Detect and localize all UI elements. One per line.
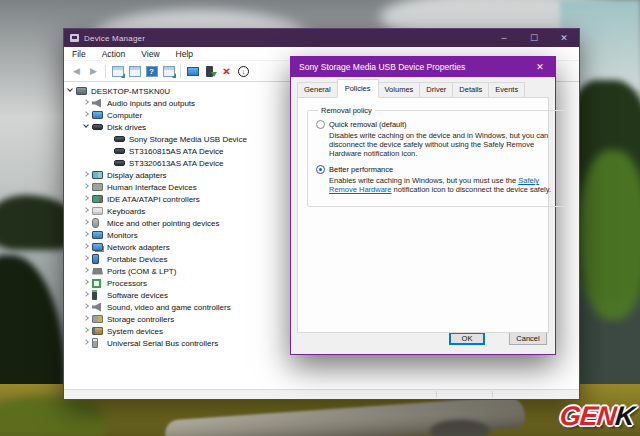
tree-item-label: Universal Serial Bus controllers bbox=[107, 339, 218, 348]
chevron-right-icon[interactable] bbox=[82, 170, 92, 180]
menu-item-action[interactable]: Action bbox=[94, 49, 134, 59]
update-driver-button[interactable] bbox=[202, 64, 217, 79]
quick-removal-description: Disables write caching on the device and… bbox=[329, 131, 559, 158]
window-title: Device Manager bbox=[84, 34, 489, 43]
groupbox-label: Removal policy bbox=[318, 106, 375, 115]
chevron-right-icon[interactable] bbox=[82, 242, 92, 252]
chevron-right-icon[interactable] bbox=[82, 110, 92, 120]
processor-glyph bbox=[92, 279, 101, 288]
chevron-right-icon[interactable] bbox=[82, 182, 92, 192]
chevron-right-icon[interactable] bbox=[82, 254, 92, 264]
moss-left bbox=[0, 396, 105, 436]
scan-hardware-icon bbox=[187, 67, 199, 76]
chevron-right-icon[interactable] bbox=[82, 302, 92, 312]
computer-glyph bbox=[76, 87, 87, 95]
close-button[interactable]: ✕ bbox=[549, 29, 579, 47]
ok-button[interactable]: OK bbox=[449, 332, 485, 345]
tab-driver[interactable]: Driver bbox=[419, 82, 453, 98]
tree-item-label: Processors bbox=[107, 279, 147, 288]
tab-details[interactable]: Details bbox=[452, 82, 489, 98]
menu-item-view[interactable]: View bbox=[133, 49, 167, 59]
chevron-right-icon[interactable] bbox=[82, 338, 92, 348]
disk-glyph bbox=[114, 148, 125, 154]
usb-glyph bbox=[92, 338, 98, 348]
chevron-right-icon[interactable] bbox=[82, 98, 92, 108]
dialog-titlebar[interactable]: Sony Storage Media USB Device Properties… bbox=[291, 57, 555, 77]
minimize-button[interactable]: – bbox=[489, 29, 519, 47]
disk-glyph bbox=[92, 124, 103, 130]
chevron-glyph bbox=[83, 291, 89, 297]
disk-glyph bbox=[114, 136, 125, 142]
chevron-right-icon[interactable] bbox=[82, 230, 92, 240]
chevron-right-icon[interactable] bbox=[82, 326, 92, 336]
bush-right bbox=[578, 150, 640, 320]
chevron-glyph bbox=[83, 315, 89, 321]
monitor-glyph bbox=[92, 231, 103, 239]
chevron-right-icon[interactable] bbox=[82, 206, 92, 216]
dialog-tabs: GeneralPoliciesVolumesDriverDetailsEvent… bbox=[297, 82, 549, 97]
help-button[interactable]: ? bbox=[144, 64, 159, 79]
removal-policy-groupbox: Removal policy Quick removal (default) D… bbox=[307, 106, 568, 207]
device-manager-app-icon bbox=[70, 34, 79, 42]
monitor-icon bbox=[92, 230, 104, 240]
forward-icon: ▶ bbox=[90, 66, 97, 76]
menu-item-help[interactable]: Help bbox=[168, 49, 201, 59]
chevron-right-icon[interactable] bbox=[82, 278, 92, 288]
chevron-glyph bbox=[83, 327, 89, 333]
chevron-glyph bbox=[83, 99, 89, 105]
radio-unselected-icon[interactable] bbox=[316, 120, 325, 129]
chevron-spacer bbox=[104, 158, 114, 168]
console-tree-icon bbox=[112, 66, 124, 77]
dialog-button-row: OK Cancel bbox=[291, 332, 555, 345]
device-manager-titlebar[interactable]: Device Manager – ☐ ✕ bbox=[64, 29, 579, 47]
tree-item-label: Portable Devices bbox=[107, 255, 167, 264]
properties-dialog: Sony Storage Media USB Device Properties… bbox=[290, 56, 556, 355]
cancel-button[interactable]: Cancel bbox=[509, 332, 547, 345]
uninstall-device-button[interactable]: ✕ bbox=[219, 64, 234, 79]
chevron-down-icon[interactable] bbox=[82, 122, 92, 132]
chevron-right-icon[interactable] bbox=[82, 194, 92, 204]
better-performance-radio-row[interactable]: Better performance bbox=[316, 165, 559, 174]
scan-hardware-button[interactable] bbox=[185, 64, 200, 79]
chevron-right-icon[interactable] bbox=[82, 266, 92, 276]
disk-glyph bbox=[114, 160, 125, 166]
properties-button[interactable] bbox=[127, 64, 142, 79]
keyboard-icon bbox=[92, 206, 104, 216]
tab-policies[interactable]: Policies bbox=[337, 79, 379, 98]
chevron-glyph bbox=[83, 122, 89, 128]
maximize-button[interactable]: ☐ bbox=[519, 29, 549, 47]
chevron-glyph bbox=[83, 195, 89, 201]
software-glyph bbox=[92, 290, 97, 300]
tab-volumes[interactable]: Volumes bbox=[378, 82, 421, 98]
console-tree-button[interactable] bbox=[110, 64, 125, 79]
chevron-glyph bbox=[83, 303, 89, 309]
chevron-right-icon[interactable] bbox=[82, 290, 92, 300]
action-pane-button[interactable] bbox=[161, 64, 176, 79]
dialog-close-icon[interactable]: ✕ bbox=[525, 57, 555, 77]
storage-icon bbox=[92, 314, 104, 324]
quick-removal-option: Quick removal (default) Disables write c… bbox=[316, 120, 559, 158]
disable-device-button[interactable]: ↓ bbox=[236, 64, 251, 79]
policies-tab-page: Removal policy Quick removal (default) D… bbox=[297, 97, 549, 333]
chevron-right-icon[interactable] bbox=[82, 314, 92, 324]
software-icon bbox=[92, 290, 104, 300]
display-glyph bbox=[92, 171, 103, 179]
chevron-glyph bbox=[67, 86, 73, 92]
back-button[interactable]: ◀ bbox=[69, 64, 84, 79]
status-divider bbox=[436, 391, 437, 398]
update-driver-icon bbox=[206, 66, 213, 77]
tab-general[interactable]: General bbox=[297, 82, 338, 98]
ide-glyph bbox=[92, 195, 103, 203]
chevron-glyph bbox=[83, 171, 89, 177]
chevron-glyph bbox=[83, 279, 89, 285]
tab-events[interactable]: Events bbox=[488, 82, 525, 98]
quick-removal-radio-row[interactable]: Quick removal (default) bbox=[316, 120, 559, 129]
menu-item-file[interactable]: File bbox=[64, 49, 94, 59]
dialog-title: Sony Storage Media USB Device Properties bbox=[299, 62, 525, 72]
better-performance-description: Enables write caching in Windows, but yo… bbox=[329, 176, 559, 194]
chevron-down-icon[interactable] bbox=[66, 86, 76, 96]
forward-button[interactable]: ▶ bbox=[86, 64, 101, 79]
chevron-right-icon[interactable] bbox=[82, 218, 92, 228]
monitor-glyph bbox=[92, 111, 103, 119]
radio-selected-icon[interactable] bbox=[316, 165, 325, 174]
